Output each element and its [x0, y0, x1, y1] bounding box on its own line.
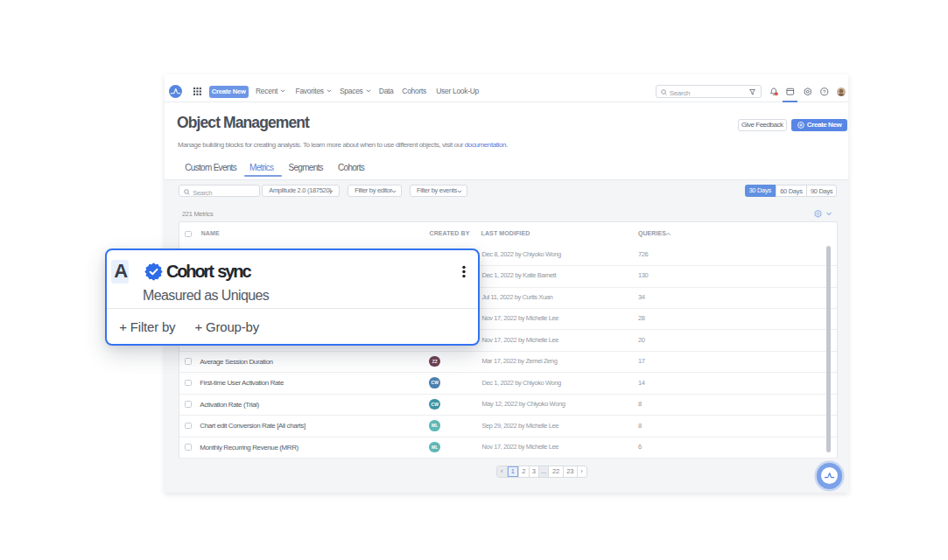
- svg-text:?: ?: [823, 89, 826, 94]
